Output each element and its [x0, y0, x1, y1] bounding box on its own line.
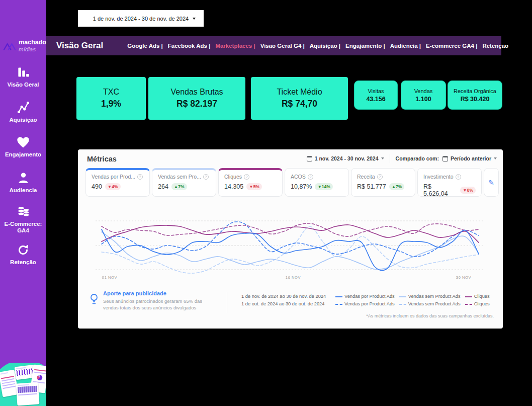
delta-badge: ▼8% — [460, 187, 476, 194]
x-tick: 01 NOV — [102, 275, 117, 280]
nav-tab-engajamento[interactable]: Engajamento | — [345, 43, 385, 49]
brand-triangles-icon — [3, 40, 17, 51]
top-navbar: Visão Geral Google Ads | Facebook Ads | … — [46, 36, 501, 55]
kpi-card-vendas: Vendas 1.100 — [401, 80, 446, 110]
calendar-icon — [307, 156, 312, 161]
date-range-value: 1 de nov. de 2024 - 30 de nov. de 2024 — [93, 16, 189, 22]
kpi-value: R$ 82.197 — [176, 99, 217, 109]
heart-icon — [16, 136, 30, 149]
metric-tab-investimento[interactable]: Investimento? R$ 5.626,04▼8% — [417, 168, 482, 197]
nav-tab-visao-geral-g4[interactable]: Visão Geral G4 | — [260, 43, 305, 49]
compare-period-control[interactable]: Período anterior — [442, 155, 497, 161]
delta-badge: ▼14% — [315, 183, 332, 190]
legend-label: Cliques — [474, 294, 490, 299]
metrics-chart[interactable]: 01 NOV 16 NOV 30 NOV — [85, 201, 495, 284]
delta-badge: ▼4% — [105, 183, 121, 190]
chart-line-previous-vendas-por-product-ads — [102, 222, 479, 257]
divider — [227, 292, 227, 313]
legend-period: 1 de out. de 2024 ao 30 de out. de 2024 — [241, 301, 331, 306]
chart-line-previous-vendas-sem-product-ads — [102, 226, 479, 273]
kpi-label: Visitas — [368, 88, 384, 94]
metric-tab-label: Cliques — [224, 174, 242, 180]
person-icon — [17, 171, 30, 185]
metrics-footnote: *As métricas incluem os dados das suas c… — [366, 313, 494, 318]
sidebar-item-visao-geral[interactable]: Visão Geral — [0, 65, 46, 88]
kpi-value: R$ 30.420 — [461, 96, 490, 103]
help-icon[interactable]: ? — [308, 174, 313, 180]
metric-tab-vendas-por-product-ads[interactable]: Vendas por Prod...? 490▼4% — [85, 168, 150, 197]
help-icon[interactable]: ? — [137, 174, 143, 180]
x-tick: 30 NOV — [456, 275, 471, 280]
legend-swatch-solid-magenta — [465, 296, 472, 297]
metric-tab-label: ACOS — [291, 174, 306, 180]
lightbulb-icon — [90, 293, 98, 305]
refresh-icon — [17, 243, 30, 257]
help-icon[interactable]: ? — [244, 174, 249, 180]
metrics-panel: Métricas 1 nov. 2024 - 30 nov. 2024 Comp… — [78, 149, 503, 329]
promo-card-area-chart — [16, 382, 40, 406]
legend-label: Vendas sem Product Ads — [408, 294, 461, 299]
nav-tab-audiencia[interactable]: Audiencia | — [390, 43, 421, 49]
chart-line-current-cliques — [102, 225, 479, 242]
sidebar-item-audiencia[interactable]: Audiencia — [0, 171, 46, 194]
metric-tab-label: Vendas por Prod... — [92, 174, 135, 180]
nav-tab-aquisicao[interactable]: Aquisição | — [310, 43, 340, 49]
delta-badge: ▲7% — [171, 183, 187, 190]
metrics-date-control[interactable]: 1 nov. 2024 - 30 nov. 2024 — [307, 155, 384, 161]
help-icon[interactable]: ? — [203, 174, 209, 180]
nav-links: Google Ads | Facebook Ads | Marketplaces… — [127, 43, 508, 49]
compare-label: Comparado com: — [396, 155, 439, 161]
kpi-value: R$ 74,70 — [282, 99, 317, 109]
edit-metrics-button[interactable]: ✎ — [484, 168, 499, 197]
metrics-date-range: 1 nov. 2024 - 30 nov. 2024 — [315, 155, 379, 161]
nav-tab-ecommerce-ga4[interactable]: E-commerce GA4 | — [426, 43, 477, 49]
legend-label: Vendas sem Product Ads — [408, 301, 461, 306]
metric-tab-receita[interactable]: Receita? R$ 51.777▲7% — [351, 168, 415, 197]
metrics-controls: 1 nov. 2024 - 30 nov. 2024 Comparado com… — [307, 154, 497, 163]
nav-tab-google-ads[interactable]: Google Ads | — [127, 43, 163, 49]
metric-tab-label: Receita — [357, 174, 375, 180]
help-icon[interactable]: ? — [456, 174, 461, 180]
legend-swatch-dashed-blue — [335, 304, 342, 305]
chart-legend: 1 de nov. de 2024 ao 30 de nov. de 2024 … — [241, 294, 490, 306]
sidebar-item-aquisicao[interactable]: Aquisição — [0, 101, 46, 123]
kpi-card-receita-organica: Receita Orgânica R$ 30.420 — [448, 80, 502, 110]
calendar-icon — [442, 156, 448, 161]
kpi-label: Receita Orgânica — [454, 88, 496, 94]
compare-value: Período anterior — [451, 155, 491, 161]
metric-tab-vendas-sem-product-ads[interactable]: Vendas sem Pro...? 264▲7% — [152, 168, 216, 197]
sidebar-item-label: E-Commerce: GA4 — [0, 221, 46, 234]
divider — [390, 154, 390, 163]
sidebar-item-label: Aquisição — [0, 117, 46, 123]
chart-line-current-vendas-por-product-ads — [102, 229, 479, 271]
sidebar-item-ecommerce-ga4[interactable]: E-Commerce: GA4 — [0, 205, 46, 234]
bar-chart-icon — [17, 65, 30, 79]
sidebar-item-label: Retenção — [0, 259, 46, 266]
nav-tab-facebook-ads[interactable]: Facebook Ads | — [168, 43, 211, 49]
nav-tab-marketplaces[interactable]: Marketplaces | — [215, 43, 255, 49]
metric-tab-label: Investimento — [423, 174, 454, 180]
chevron-down-icon — [381, 157, 384, 159]
sidebar-item-engajamento[interactable]: Engajamento — [0, 136, 46, 158]
date-range-picker[interactable]: 1 de nov. de 2024 - 30 de nov. de 2024 — [78, 10, 204, 27]
delta-badge: ▼5% — [246, 183, 262, 190]
kpi-label: Ticket Médio — [277, 88, 322, 97]
kpi-card-visitas: Visitas 43.156 — [354, 80, 398, 110]
nav-tab-retencao[interactable]: Retenção — [482, 43, 508, 49]
brand-subtitle: mídias — [19, 46, 46, 52]
metric-tab-cliques[interactable]: Cliques? 14.305▼5% — [218, 168, 283, 197]
metric-tab-acos[interactable]: ACOS? 10,87%▼14% — [285, 168, 349, 197]
dropdown-caret-icon — [193, 18, 196, 20]
sidebar-item-retencao[interactable]: Retenção — [0, 243, 46, 266]
chevron-down-icon — [494, 157, 497, 159]
insight-title: Aporte para publicidade — [103, 290, 216, 296]
metric-tabs: Vendas por Prod...? 490▼4% Vendas sem Pr… — [85, 168, 499, 197]
help-icon[interactable]: ? — [377, 174, 383, 180]
metric-tab-value: R$ 5.626,04 — [423, 183, 457, 197]
metric-tab-value: 10,87% — [291, 183, 312, 190]
network-icon — [17, 101, 30, 114]
kpi-label: Vendas Brutas — [170, 88, 223, 97]
metric-tab-value: 490 — [92, 183, 102, 190]
sidebar-item-label: Engajamento — [0, 151, 46, 158]
x-tick: 16 NOV — [286, 275, 301, 280]
